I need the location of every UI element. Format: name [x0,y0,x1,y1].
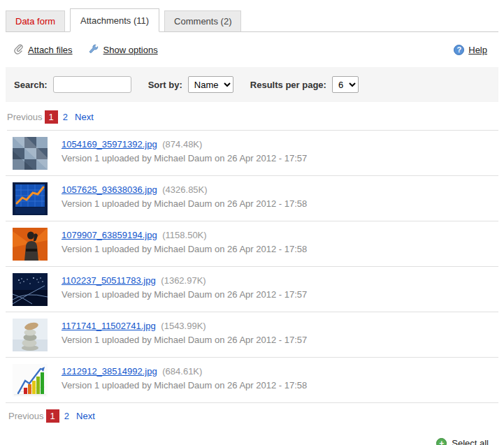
previous-page-link: Previous [8,411,44,421]
attachment-size: (684.61K) [162,366,202,377]
attachment-version-meta: Version 1 uploaded by Michael Daum on 26… [62,197,307,211]
tab-data-form[interactable]: Data form [6,10,65,31]
attachment-version-meta: Version 1 uploaded by Michael Daum on 26… [62,333,307,347]
attachment-filename-link[interactable]: 1079907_63859194.jpg [62,230,157,240]
attachment-row: 1054169_35971392.jpg (874.48K) Version 1… [6,131,498,176]
show-options-label: Show options [103,45,158,55]
attach-files-button[interactable]: Attach files [13,43,73,57]
tab-bar: Data form Attachments (11) Comments (2) [6,8,498,32]
attachment-row: 1171741_11502741.jpg (1543.99K) Version … [6,312,498,358]
attachment-version-meta: Version 1 uploaded by Michael Daum on 26… [62,242,307,256]
pagination-top: Previous 1 2 Next [7,110,498,131]
filter-band: Search: Sort by: Name Results per page: … [6,67,498,102]
thumbnail-woven-metal-texture[interactable] [13,137,48,170]
show-options-button[interactable]: Show options [88,43,158,57]
thumbnail-stacked-pebbles[interactable] [13,319,48,351]
results-per-page-label: Results per page: [250,80,326,90]
thumbnail-person-on-orange[interactable] [13,228,48,261]
paperclip-icon [13,43,24,57]
attachment-filename-link[interactable]: 1171741_11502741.jpg [62,321,156,331]
next-page-link[interactable]: Next [75,112,94,122]
attachments-page: Data form Attachments (11) Comments (2) … [0,0,504,445]
attachment-size: (1158.50K) [162,230,206,240]
search-input[interactable] [53,76,131,93]
sort-by-label: Sort by: [148,80,182,90]
attachment-filename-link[interactable]: 1057625_93638036.jpg [62,184,157,195]
current-page-badge: 1 [46,409,59,423]
help-label: Help [468,45,487,55]
toolbar: Attach files Show options ? Help [13,43,497,57]
tab-comments[interactable]: Comments (2) [164,10,241,31]
page-2-link[interactable]: 2 [63,112,68,122]
select-all-link[interactable]: Select all [452,438,489,445]
attachment-info: 1057625_93638036.jpg (4326.85K) Version … [62,182,307,211]
sort-select[interactable]: Name [188,76,233,93]
attachment-version-meta: Version 1 uploaded by Michael Daum on 26… [62,379,307,393]
previous-page-link: Previous [7,112,43,122]
attachment-list: 1054169_35971392.jpg (874.48K) Version 1… [6,131,498,403]
wrench-icon [88,43,99,57]
attachment-version-meta: Version 1 uploaded by Michael Daum on 26… [62,288,307,302]
attachment-info: 1079907_63859194.jpg (1158.50K) Version … [62,228,307,256]
attachment-row: 1102237_50511783.jpg (1362.97K) Version … [6,267,498,312]
attachment-size: (874.48K) [162,139,202,149]
next-page-link[interactable]: Next [76,411,95,421]
attachment-size: (1543.99K) [161,321,206,331]
pagination-bottom: Previous 1 2 Next [7,403,498,427]
current-page-badge: 1 [45,110,58,124]
page-2-link[interactable]: 2 [64,411,69,421]
attachment-info: 1054169_35971392.jpg (874.48K) Version 1… [62,137,307,166]
thumbnail-dark-world-network[interactable] [13,273,48,306]
footer: + Select all [6,438,489,445]
results-per-page-select[interactable]: 6 [332,76,359,93]
help-icon: ? [454,45,464,55]
attachment-size: (4326.85K) [162,184,207,195]
attach-files-label: Attach files [28,45,73,55]
thumbnail-blue-line-chart[interactable] [13,182,48,215]
attachment-filename-link[interactable]: 1054169_35971392.jpg [62,139,157,149]
attachment-filename-link[interactable]: 1212912_38514992.jpg [62,366,157,377]
attachment-version-meta: Version 1 uploaded by Michael Daum on 26… [62,152,307,166]
attachment-row: 1057625_93638036.jpg (4326.85K) Version … [6,176,498,221]
thumbnail-bar-chart-arrow[interactable] [13,364,48,397]
attachment-info: 1102237_50511783.jpg (1362.97K) Version … [62,273,307,302]
select-all-plus-icon: + [436,438,447,445]
attachment-info: 1171741_11502741.jpg (1543.99K) Version … [62,319,307,347]
attachment-filename-link[interactable]: 1102237_50511783.jpg [62,275,156,286]
search-label: Search: [14,80,48,90]
attachment-row: 1079907_63859194.jpg (1158.50K) Version … [6,221,498,267]
attachment-row: 1212912_38514992.jpg (684.61K) Version 1… [6,358,498,403]
tab-attachments[interactable]: Attachments (11) [70,8,159,32]
help-button[interactable]: ? Help [454,45,487,55]
attachment-size: (1362.97K) [161,275,206,286]
attachment-info: 1212912_38514992.jpg (684.61K) Version 1… [62,364,307,393]
